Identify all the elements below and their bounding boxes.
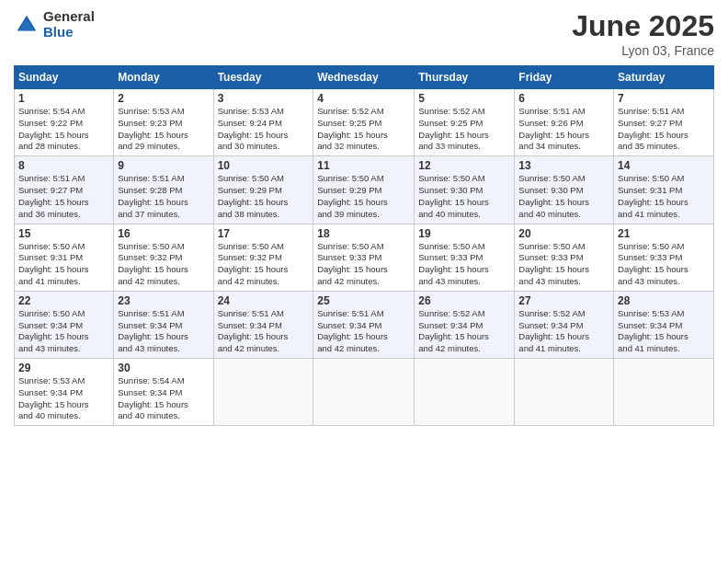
day-number: 26 bbox=[418, 294, 510, 307]
table-row: 17 Sunrise: 5:50 AM Sunset: 9:32 PM Dayl… bbox=[213, 224, 313, 291]
location: Lyon 03, France bbox=[572, 43, 714, 58]
day-number: 3 bbox=[218, 92, 310, 105]
table-row: 2 Sunrise: 5:53 AM Sunset: 9:23 PM Dayli… bbox=[114, 89, 213, 156]
day-info: Sunrise: 5:51 AM Sunset: 9:26 PM Dayligh… bbox=[518, 106, 609, 153]
title-block: June 2025 Lyon 03, France bbox=[572, 9, 714, 58]
day-number: 11 bbox=[317, 159, 410, 172]
table-row: 7 Sunrise: 5:51 AM Sunset: 9:27 PM Dayli… bbox=[614, 89, 714, 156]
day-info: Sunrise: 5:50 AM Sunset: 9:33 PM Dayligh… bbox=[518, 241, 609, 288]
day-number: 21 bbox=[618, 227, 710, 240]
day-number: 28 bbox=[618, 294, 710, 307]
day-number: 8 bbox=[18, 159, 109, 172]
table-row: 20 Sunrise: 5:50 AM Sunset: 9:33 PM Dayl… bbox=[515, 224, 614, 291]
col-wednesday: Wednesday bbox=[313, 66, 415, 89]
day-number: 22 bbox=[18, 294, 109, 307]
week-row: 22 Sunrise: 5:50 AM Sunset: 9:34 PM Dayl… bbox=[15, 291, 714, 358]
day-info: Sunrise: 5:52 AM Sunset: 9:25 PM Dayligh… bbox=[317, 106, 410, 153]
day-number: 27 bbox=[518, 294, 609, 307]
table-row: 27 Sunrise: 5:52 AM Sunset: 9:34 PM Dayl… bbox=[515, 291, 614, 358]
day-info: Sunrise: 5:50 AM Sunset: 9:31 PM Dayligh… bbox=[618, 173, 710, 220]
table-row: 3 Sunrise: 5:53 AM Sunset: 9:24 PM Dayli… bbox=[213, 89, 313, 156]
day-info: Sunrise: 5:53 AM Sunset: 9:34 PM Dayligh… bbox=[618, 308, 710, 355]
table-row bbox=[213, 359, 313, 426]
day-number: 5 bbox=[418, 92, 510, 105]
day-number: 12 bbox=[418, 159, 510, 172]
day-number: 15 bbox=[18, 227, 109, 240]
day-number: 25 bbox=[317, 294, 410, 307]
page: General Blue June 2025 Lyon 03, France S… bbox=[0, 0, 728, 563]
day-info: Sunrise: 5:53 AM Sunset: 9:24 PM Dayligh… bbox=[218, 106, 310, 153]
table-row: 26 Sunrise: 5:52 AM Sunset: 9:34 PM Dayl… bbox=[415, 291, 515, 358]
day-number: 16 bbox=[118, 227, 209, 240]
col-saturday: Saturday bbox=[614, 66, 714, 89]
day-info: Sunrise: 5:50 AM Sunset: 9:32 PM Dayligh… bbox=[218, 241, 310, 288]
day-info: Sunrise: 5:50 AM Sunset: 9:33 PM Dayligh… bbox=[418, 241, 510, 288]
col-friday: Friday bbox=[515, 66, 614, 89]
day-info: Sunrise: 5:54 AM Sunset: 9:34 PM Dayligh… bbox=[118, 375, 209, 422]
week-row: 15 Sunrise: 5:50 AM Sunset: 9:31 PM Dayl… bbox=[15, 224, 714, 291]
day-info: Sunrise: 5:51 AM Sunset: 9:34 PM Dayligh… bbox=[218, 308, 310, 355]
day-info: Sunrise: 5:50 AM Sunset: 9:34 PM Dayligh… bbox=[18, 308, 109, 355]
day-info: Sunrise: 5:50 AM Sunset: 9:31 PM Dayligh… bbox=[18, 241, 109, 288]
day-info: Sunrise: 5:51 AM Sunset: 9:27 PM Dayligh… bbox=[18, 173, 109, 220]
day-info: Sunrise: 5:51 AM Sunset: 9:34 PM Dayligh… bbox=[118, 308, 209, 355]
day-number: 14 bbox=[618, 159, 710, 172]
day-info: Sunrise: 5:53 AM Sunset: 9:34 PM Dayligh… bbox=[18, 375, 109, 422]
logo-icon bbox=[14, 12, 40, 38]
table-row bbox=[415, 359, 515, 426]
table-row: 18 Sunrise: 5:50 AM Sunset: 9:33 PM Dayl… bbox=[313, 224, 415, 291]
table-row: 21 Sunrise: 5:50 AM Sunset: 9:33 PM Dayl… bbox=[614, 224, 714, 291]
logo-text: General Blue bbox=[43, 9, 95, 40]
day-info: Sunrise: 5:54 AM Sunset: 9:22 PM Dayligh… bbox=[18, 106, 109, 153]
logo: General Blue bbox=[14, 9, 95, 40]
table-row: 16 Sunrise: 5:50 AM Sunset: 9:32 PM Dayl… bbox=[114, 224, 213, 291]
day-info: Sunrise: 5:51 AM Sunset: 9:34 PM Dayligh… bbox=[317, 308, 410, 355]
month-title: June 2025 bbox=[572, 9, 714, 43]
calendar: Sunday Monday Tuesday Wednesday Thursday… bbox=[14, 65, 714, 426]
col-sunday: Sunday bbox=[15, 66, 114, 89]
day-info: Sunrise: 5:51 AM Sunset: 9:28 PM Dayligh… bbox=[118, 173, 209, 220]
day-number: 19 bbox=[418, 227, 510, 240]
table-row: 25 Sunrise: 5:51 AM Sunset: 9:34 PM Dayl… bbox=[313, 291, 415, 358]
table-row: 22 Sunrise: 5:50 AM Sunset: 9:34 PM Dayl… bbox=[15, 291, 114, 358]
table-row: 5 Sunrise: 5:52 AM Sunset: 9:25 PM Dayli… bbox=[415, 89, 515, 156]
day-info: Sunrise: 5:52 AM Sunset: 9:25 PM Dayligh… bbox=[418, 106, 510, 153]
day-number: 10 bbox=[218, 159, 310, 172]
day-info: Sunrise: 5:50 AM Sunset: 9:30 PM Dayligh… bbox=[518, 173, 609, 220]
day-info: Sunrise: 5:50 AM Sunset: 9:30 PM Dayligh… bbox=[418, 173, 510, 220]
table-row: 24 Sunrise: 5:51 AM Sunset: 9:34 PM Dayl… bbox=[213, 291, 313, 358]
week-row: 1 Sunrise: 5:54 AM Sunset: 9:22 PM Dayli… bbox=[15, 89, 714, 156]
table-row: 13 Sunrise: 5:50 AM Sunset: 9:30 PM Dayl… bbox=[515, 156, 614, 224]
day-info: Sunrise: 5:50 AM Sunset: 9:32 PM Dayligh… bbox=[118, 241, 209, 288]
table-row bbox=[313, 359, 415, 426]
day-number: 2 bbox=[118, 92, 209, 105]
col-monday: Monday bbox=[114, 66, 213, 89]
day-info: Sunrise: 5:50 AM Sunset: 9:33 PM Dayligh… bbox=[317, 241, 410, 288]
day-number: 17 bbox=[218, 227, 310, 240]
header-row: Sunday Monday Tuesday Wednesday Thursday… bbox=[15, 66, 714, 89]
table-row: 8 Sunrise: 5:51 AM Sunset: 9:27 PM Dayli… bbox=[15, 156, 114, 224]
table-row: 12 Sunrise: 5:50 AM Sunset: 9:30 PM Dayl… bbox=[415, 156, 515, 224]
day-number: 18 bbox=[317, 227, 410, 240]
day-number: 13 bbox=[518, 159, 609, 172]
table-row: 23 Sunrise: 5:51 AM Sunset: 9:34 PM Dayl… bbox=[114, 291, 213, 358]
logo-general: General bbox=[43, 9, 95, 25]
col-thursday: Thursday bbox=[415, 66, 515, 89]
table-row: 28 Sunrise: 5:53 AM Sunset: 9:34 PM Dayl… bbox=[614, 291, 714, 358]
day-info: Sunrise: 5:52 AM Sunset: 9:34 PM Dayligh… bbox=[518, 308, 609, 355]
table-row: 29 Sunrise: 5:53 AM Sunset: 9:34 PM Dayl… bbox=[15, 359, 114, 426]
day-number: 1 bbox=[18, 92, 109, 105]
table-row: 9 Sunrise: 5:51 AM Sunset: 9:28 PM Dayli… bbox=[114, 156, 213, 224]
day-info: Sunrise: 5:50 AM Sunset: 9:29 PM Dayligh… bbox=[218, 173, 310, 220]
day-number: 9 bbox=[118, 159, 209, 172]
day-info: Sunrise: 5:50 AM Sunset: 9:29 PM Dayligh… bbox=[317, 173, 410, 220]
table-row: 1 Sunrise: 5:54 AM Sunset: 9:22 PM Dayli… bbox=[15, 89, 114, 156]
logo-blue: Blue bbox=[43, 25, 95, 40]
day-number: 30 bbox=[118, 362, 209, 374]
day-info: Sunrise: 5:51 AM Sunset: 9:27 PM Dayligh… bbox=[618, 106, 710, 153]
day-number: 20 bbox=[518, 227, 609, 240]
day-number: 23 bbox=[118, 294, 209, 307]
col-tuesday: Tuesday bbox=[213, 66, 313, 89]
table-row: 6 Sunrise: 5:51 AM Sunset: 9:26 PM Dayli… bbox=[515, 89, 614, 156]
day-info: Sunrise: 5:53 AM Sunset: 9:23 PM Dayligh… bbox=[118, 106, 209, 153]
